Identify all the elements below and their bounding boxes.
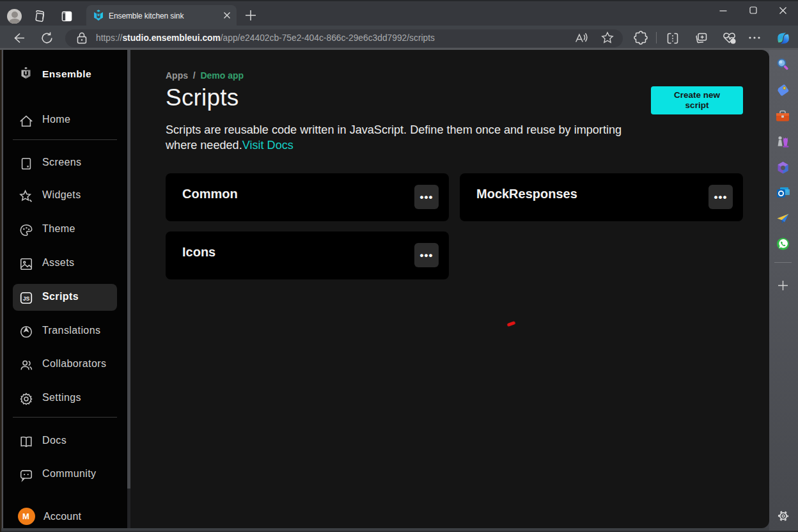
svg-text:i: i — [733, 39, 734, 43]
svg-text:JS: JS — [23, 295, 30, 302]
